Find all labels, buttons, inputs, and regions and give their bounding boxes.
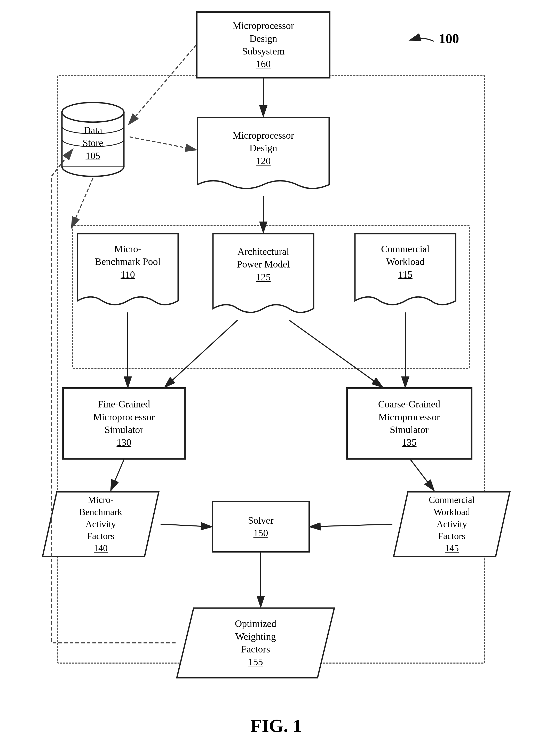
node-commercial-activity: Commercial Workload Activity Factors 145 — [392, 491, 511, 558]
arch-power-label: Architectural Power Model — [212, 245, 315, 271]
solver-label: Solver — [248, 514, 273, 527]
node-data-store: Data Store 105 — [57, 98, 129, 178]
node-solver: Solver 150 — [212, 501, 310, 552]
coarse-grained-ref: 135 — [378, 436, 440, 449]
subsystem-label: Microprocessor Design Subsystem — [233, 19, 294, 58]
node-mp-design: Microprocessor Design 120 — [196, 116, 330, 196]
optimized-label: Optimized Weighting Factors — [235, 617, 276, 656]
node-optimized: Optimized Weighting Factors 155 — [175, 607, 336, 679]
fine-grained-label: Fine-Grained Microprocessor Simulator — [93, 398, 155, 436]
diagram-container: 100 Microprocessor Design Subsystem 160 … — [0, 0, 554, 756]
commercial-activity-label: Commercial Workload Activity Factors — [429, 494, 475, 542]
benchmark-label: Micro- Benchmark Pool — [76, 243, 179, 268]
mp-design-ref: 120 — [196, 155, 330, 167]
node-subsystem: Microprocessor Design Subsystem 160 — [196, 11, 330, 78]
subsystem-ref: 160 — [233, 58, 294, 70]
fine-grained-ref: 130 — [93, 436, 155, 449]
datastore-label: Data Store — [57, 124, 129, 150]
datastore-ref: 105 — [57, 150, 129, 162]
commercial-activity-ref: 145 — [429, 542, 475, 554]
mp-design-label: Microprocessor Design — [196, 129, 330, 155]
micro-activity-ref: 140 — [79, 542, 122, 554]
node-coarse-grained: Coarse-Grained Microprocessor Simulator … — [346, 387, 473, 460]
node-arch-power: Architectural Power Model 125 — [212, 232, 315, 320]
arch-power-ref: 125 — [212, 271, 315, 283]
coarse-grained-label: Coarse-Grained Microprocessor Simulator — [378, 398, 440, 436]
node-fine-grained: Fine-Grained Microprocessor Simulator 13… — [62, 387, 186, 460]
benchmark-ref: 110 — [76, 268, 179, 281]
solver-ref: 150 — [248, 527, 273, 539]
fig-label: FIG. 1 — [212, 715, 341, 737]
node-micro-activity: Micro- Benchmark Activity Factors 140 — [41, 491, 160, 558]
node-benchmark-pool: Micro- Benchmark Pool 110 — [76, 232, 179, 312]
micro-activity-label: Micro- Benchmark Activity Factors — [79, 494, 122, 542]
ref-number-100: 100 — [439, 31, 459, 46]
commercial-wl-label: Commercial Workload — [354, 243, 457, 268]
commercial-wl-ref: 115 — [354, 268, 457, 281]
node-commercial-wl: Commercial Workload 115 — [354, 232, 457, 312]
svg-point-1 — [62, 103, 124, 122]
optimized-ref: 155 — [235, 656, 276, 668]
